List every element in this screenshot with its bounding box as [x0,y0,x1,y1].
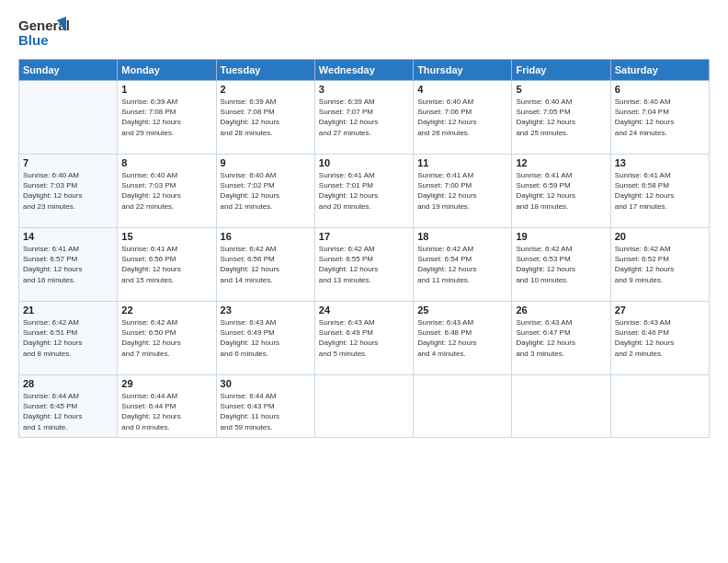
day-number: 17 [319,231,409,242]
day-number: 15 [121,231,211,242]
day-cell [610,375,709,438]
day-number: 28 [23,378,113,389]
day-info: Sunrise: 6:41 AM Sunset: 7:01 PM Dayligh… [319,170,409,212]
day-info: Sunrise: 6:40 AM Sunset: 7:05 PM Dayligh… [516,97,606,138]
col-header-friday: Friday [512,60,610,81]
day-number: 22 [121,304,211,316]
day-info: Sunrise: 6:42 AM Sunset: 6:53 PM Dayligh… [516,244,606,285]
day-cell: 23Sunrise: 6:43 AM Sunset: 6:49 PM Dayli… [216,302,314,375]
svg-text:Blue: Blue [18,32,49,48]
day-cell: 17Sunrise: 6:42 AM Sunset: 6:55 PM Dayli… [314,228,413,302]
day-number: 2 [221,84,311,95]
day-number: 8 [121,157,211,168]
day-cell: 5Sunrise: 6:40 AM Sunset: 7:05 PM Daylig… [512,81,610,155]
logo-svg: GeneralBlue [18,15,69,50]
day-cell: 22Sunrise: 6:42 AM Sunset: 6:50 PM Dayli… [118,302,216,375]
day-number: 18 [417,231,507,242]
day-cell: 27Sunrise: 6:43 AM Sunset: 6:46 PM Dayli… [610,302,709,375]
day-number: 7 [23,157,113,168]
day-cell [314,375,413,438]
day-info: Sunrise: 6:39 AM Sunset: 7:08 PM Dayligh… [121,97,211,138]
day-info: Sunrise: 6:41 AM Sunset: 6:59 PM Dayligh… [516,170,606,212]
day-number: 27 [615,304,705,316]
day-cell: 30Sunrise: 6:44 AM Sunset: 6:43 PM Dayli… [216,375,314,438]
day-info: Sunrise: 6:41 AM Sunset: 7:00 PM Dayligh… [417,170,507,212]
day-cell: 29Sunrise: 6:44 AM Sunset: 6:44 PM Dayli… [118,375,216,438]
day-cell: 13Sunrise: 6:41 AM Sunset: 6:58 PM Dayli… [610,155,709,228]
day-number: 30 [221,378,311,389]
day-cell: 9Sunrise: 6:40 AM Sunset: 7:02 PM Daylig… [216,155,314,228]
day-info: Sunrise: 6:43 AM Sunset: 6:49 PM Dayligh… [319,317,409,359]
col-header-saturday: Saturday [610,60,709,81]
col-header-thursday: Thursday [414,60,512,81]
week-row-5: 28Sunrise: 6:44 AM Sunset: 6:45 PM Dayli… [19,375,710,438]
logo: GeneralBlue [18,15,69,50]
day-info: Sunrise: 6:40 AM Sunset: 7:02 PM Dayligh… [221,170,311,212]
day-number: 29 [121,378,211,389]
day-cell: 2Sunrise: 6:39 AM Sunset: 7:08 PM Daylig… [216,81,314,155]
header: GeneralBlue [18,15,710,50]
day-info: Sunrise: 6:40 AM Sunset: 7:04 PM Dayligh… [615,97,705,138]
day-info: Sunrise: 6:42 AM Sunset: 6:52 PM Dayligh… [615,244,705,285]
day-info: Sunrise: 6:42 AM Sunset: 6:56 PM Dayligh… [221,244,311,285]
day-cell [19,81,118,155]
day-number: 5 [516,84,606,95]
day-info: Sunrise: 6:44 AM Sunset: 6:45 PM Dayligh… [23,391,113,432]
day-cell: 19Sunrise: 6:42 AM Sunset: 6:53 PM Dayli… [512,228,610,302]
day-cell: 16Sunrise: 6:42 AM Sunset: 6:56 PM Dayli… [216,228,314,302]
day-info: Sunrise: 6:44 AM Sunset: 6:43 PM Dayligh… [221,391,311,432]
day-number: 21 [23,304,113,316]
day-cell: 12Sunrise: 6:41 AM Sunset: 6:59 PM Dayli… [512,155,610,228]
col-header-wednesday: Wednesday [314,60,413,81]
col-header-sunday: Sunday [19,60,118,81]
day-number: 4 [417,84,507,95]
day-cell: 7Sunrise: 6:40 AM Sunset: 7:03 PM Daylig… [19,155,118,228]
day-cell: 6Sunrise: 6:40 AM Sunset: 7:04 PM Daylig… [610,81,709,155]
calendar-table: SundayMondayTuesdayWednesdayThursdayFrid… [18,59,710,438]
day-cell [512,375,610,438]
day-number: 3 [319,84,409,95]
day-cell [414,375,512,438]
day-info: Sunrise: 6:41 AM Sunset: 6:57 PM Dayligh… [23,244,113,285]
day-cell: 3Sunrise: 6:39 AM Sunset: 7:07 PM Daylig… [314,81,413,155]
day-cell: 11Sunrise: 6:41 AM Sunset: 7:00 PM Dayli… [414,155,512,228]
day-number: 16 [221,231,311,242]
day-info: Sunrise: 6:42 AM Sunset: 6:50 PM Dayligh… [121,317,211,359]
day-info: Sunrise: 6:39 AM Sunset: 7:07 PM Dayligh… [319,97,409,138]
day-number: 24 [319,304,409,316]
day-info: Sunrise: 6:40 AM Sunset: 7:03 PM Dayligh… [23,170,113,212]
day-cell: 18Sunrise: 6:42 AM Sunset: 6:54 PM Dayli… [414,228,512,302]
day-cell: 25Sunrise: 6:43 AM Sunset: 6:48 PM Dayli… [414,302,512,375]
header-row: SundayMondayTuesdayWednesdayThursdayFrid… [19,60,710,81]
day-cell: 15Sunrise: 6:41 AM Sunset: 6:56 PM Dayli… [118,228,216,302]
day-number: 1 [121,84,211,95]
day-cell: 4Sunrise: 6:40 AM Sunset: 7:06 PM Daylig… [414,81,512,155]
day-number: 6 [615,84,705,95]
week-row-1: 1Sunrise: 6:39 AM Sunset: 7:08 PM Daylig… [19,81,710,155]
day-cell: 1Sunrise: 6:39 AM Sunset: 7:08 PM Daylig… [118,81,216,155]
day-info: Sunrise: 6:42 AM Sunset: 6:54 PM Dayligh… [417,244,507,285]
week-row-2: 7Sunrise: 6:40 AM Sunset: 7:03 PM Daylig… [19,155,710,228]
day-cell: 14Sunrise: 6:41 AM Sunset: 6:57 PM Dayli… [19,228,118,302]
day-number: 19 [516,231,606,242]
day-info: Sunrise: 6:41 AM Sunset: 6:56 PM Dayligh… [121,244,211,285]
day-number: 23 [221,304,311,316]
day-cell: 26Sunrise: 6:43 AM Sunset: 6:47 PM Dayli… [512,302,610,375]
day-number: 10 [319,157,409,168]
day-info: Sunrise: 6:40 AM Sunset: 7:06 PM Dayligh… [417,97,507,138]
day-info: Sunrise: 6:40 AM Sunset: 7:03 PM Dayligh… [121,170,211,212]
day-number: 11 [417,157,507,168]
day-cell: 21Sunrise: 6:42 AM Sunset: 6:51 PM Dayli… [19,302,118,375]
day-number: 13 [615,157,705,168]
day-number: 26 [516,304,606,316]
day-number: 12 [516,157,606,168]
col-header-tuesday: Tuesday [216,60,314,81]
day-cell: 20Sunrise: 6:42 AM Sunset: 6:52 PM Dayli… [610,228,709,302]
day-number: 25 [417,304,507,316]
day-number: 9 [221,157,311,168]
col-header-monday: Monday [118,60,216,81]
week-row-4: 21Sunrise: 6:42 AM Sunset: 6:51 PM Dayli… [19,302,710,375]
week-row-3: 14Sunrise: 6:41 AM Sunset: 6:57 PM Dayli… [19,228,710,302]
day-cell: 10Sunrise: 6:41 AM Sunset: 7:01 PM Dayli… [314,155,413,228]
day-info: Sunrise: 6:42 AM Sunset: 6:51 PM Dayligh… [23,317,113,359]
